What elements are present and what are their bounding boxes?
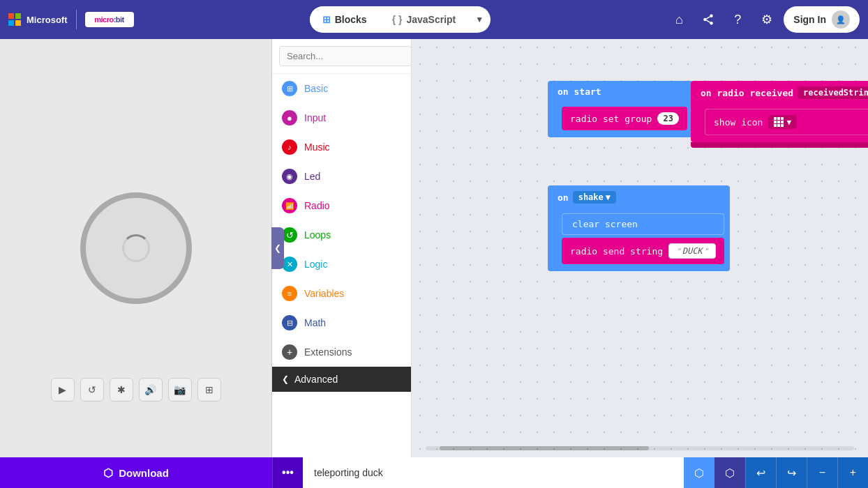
category-item-radio[interactable]: 📶 Radio (272, 191, 411, 220)
on-start-block[interactable]: on start radio set group 23 (548, 81, 693, 137)
simulator-panel: ▶ ↺ ✱ 🔊 📷 ⊞ ❮ (0, 39, 272, 457)
blocks-label: Blocks (335, 14, 367, 25)
received-string-label: receivedString (803, 88, 868, 98)
settings-btn[interactable]: ⚙ (754, 7, 779, 32)
icon-grid (774, 117, 784, 127)
category-item-basic[interactable]: ⊞ Basic (272, 74, 411, 103)
show-icon-label: show icon (714, 117, 763, 128)
on-shake-on-label: on (558, 192, 569, 203)
scrollbar-thumb[interactable] (440, 446, 649, 450)
on-radio-label: on radio received (701, 88, 793, 98)
blocks-js-toggle: ⊞ Blocks { } JavaScript ▼ (310, 6, 491, 33)
collapse-handle[interactable]: ❮ (271, 227, 284, 269)
category-item-music[interactable]: ♪ Music (272, 132, 411, 162)
undo-btn[interactable]: ↩ (745, 457, 776, 488)
blocks-toggle-btn[interactable]: ⊞ Blocks (310, 6, 380, 33)
zoom-in-btn[interactable]: + (837, 457, 868, 488)
js-label: JavaScript (406, 14, 456, 25)
advanced-arrow-icon: ❮ (282, 374, 289, 384)
category-item-extensions[interactable]: + Extensions (272, 337, 411, 367)
github-btn[interactable]: ⬡ (714, 457, 745, 488)
on-radio-body: show icon ▼ (691, 105, 868, 142)
on-shake-header: on shake ▼ (548, 185, 730, 209)
home-btn[interactable]: ⌂ (666, 7, 691, 32)
group-number[interactable]: 23 (657, 112, 678, 125)
math-icon: ⊟ (282, 315, 297, 330)
sound-btn[interactable]: 🔊 (139, 378, 163, 402)
clear-screen-block[interactable]: clear screen (562, 213, 724, 235)
radio-label: Radio (304, 200, 330, 211)
radio-set-group-block[interactable]: radio set group 23 (562, 107, 687, 130)
js-icon: { } (392, 14, 403, 25)
category-item-input[interactable]: ● Input (272, 103, 411, 132)
avatar: 👤 (832, 10, 850, 29)
duck-string-badge[interactable]: " DUCK " (668, 243, 716, 259)
usb-icon: ⬡ (103, 466, 113, 480)
svg-point-2 (710, 22, 714, 25)
signin-btn[interactable]: Sign In 👤 (784, 6, 860, 33)
download-more-btn[interactable]: ••• (272, 457, 303, 488)
search-box: 🔍 (272, 39, 411, 74)
restart-btn[interactable]: ↺ (80, 378, 104, 402)
received-string-param[interactable]: receivedString ▼ (798, 86, 868, 99)
shake-label: shake (578, 192, 604, 202)
help-btn[interactable]: ? (725, 7, 750, 32)
open-quote: " (676, 247, 681, 256)
scrollbar-track (426, 446, 854, 450)
advanced-item[interactable]: ❮ Advanced (272, 367, 411, 392)
github-icon: ⬡ (725, 466, 735, 480)
category-item-led[interactable]: ◉ Led (272, 162, 411, 191)
show-icon-block[interactable]: show icon ▼ (705, 109, 868, 135)
blocks-icon: ⊞ (322, 14, 331, 25)
basic-label: Basic (304, 83, 328, 94)
play-btn[interactable]: ▶ (51, 378, 75, 402)
svg-point-0 (710, 15, 714, 18)
basic-icon: ⊞ (282, 81, 297, 96)
on-shake-block[interactable]: on shake ▼ clear screen radio send strin… (548, 185, 730, 271)
blocks-canvas[interactable]: on start radio set group 23 on radio rec… (412, 39, 868, 457)
search-input[interactable] (279, 46, 412, 66)
topnav: Microsoft micro:bit ⊞ Blocks { } JavaScr… (0, 0, 868, 39)
radio-send-string-block[interactable]: radio send string " DUCK " (562, 238, 724, 264)
advanced-label: Advanced (294, 374, 338, 385)
download-btn[interactable]: ⬡ Download (0, 457, 272, 488)
input-icon: ● (282, 110, 297, 125)
more-dots-icon: ••• (282, 466, 294, 479)
zoom-out-btn[interactable]: − (807, 457, 837, 488)
category-item-logic[interactable]: ✕ Logic (272, 250, 411, 279)
toggle-arrow-btn[interactable]: ▼ (468, 15, 491, 24)
math-label: Math (304, 317, 326, 328)
radio-set-group-label: radio set group (570, 114, 652, 124)
on-radio-received-block[interactable]: on radio received receivedString ▼ show … (691, 81, 868, 148)
shake-dropdown[interactable]: shake ▼ (573, 191, 616, 204)
fullscreen-btn[interactable]: ⊞ (197, 378, 221, 402)
category-item-math[interactable]: ⊟ Math (272, 308, 411, 337)
ms-squares-icon (8, 13, 21, 26)
nav-divider (76, 10, 77, 29)
download-label: Download (119, 467, 169, 479)
category-item-variables[interactable]: ≡ Variables (272, 279, 411, 308)
save-btn[interactable]: ⬡ (684, 457, 714, 488)
screenshot-btn[interactable]: 📷 (168, 378, 192, 402)
loading-spinner (122, 234, 150, 262)
simulator-controls: ▶ ↺ ✱ 🔊 📷 ⊞ (51, 378, 221, 402)
debug-btn[interactable]: ✱ (110, 378, 133, 402)
close-quote: " (704, 247, 709, 256)
on-radio-footer (691, 142, 868, 148)
javascript-toggle-btn[interactable]: { } JavaScript (380, 6, 469, 33)
zoom-in-icon: + (850, 466, 856, 479)
undo-icon: ↩ (756, 466, 765, 480)
category-item-loops[interactable]: ↺ Loops (272, 220, 411, 250)
zoom-out-icon: − (819, 466, 825, 479)
led-icon: ◉ (282, 169, 297, 184)
share-btn[interactable] (696, 7, 721, 32)
radio-icon: 📶 (282, 198, 297, 213)
simulator-screen (80, 192, 192, 304)
shake-dropdown-icon: ▼ (606, 192, 611, 202)
loops-icon: ↺ (282, 227, 297, 243)
svg-line-4 (707, 17, 710, 19)
variables-label: Variables (304, 288, 344, 299)
project-name-input[interactable] (314, 467, 673, 478)
redo-btn[interactable]: ↪ (776, 457, 807, 488)
icon-grid-picker[interactable]: ▼ (768, 115, 797, 129)
